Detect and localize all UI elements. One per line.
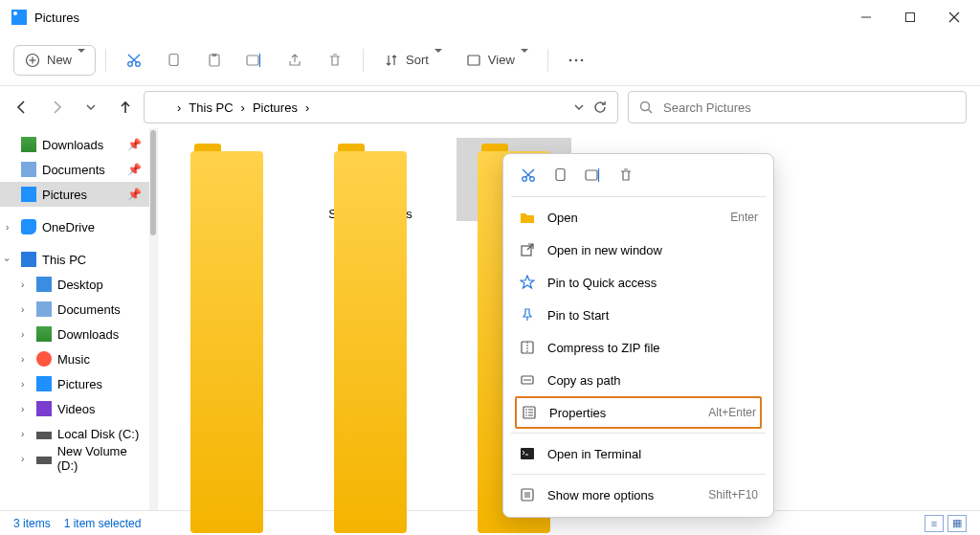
ctx-open-terminal[interactable]: Open in Terminal <box>503 437 773 470</box>
pictures-icon <box>154 100 169 115</box>
cut-button[interactable] <box>116 46 152 75</box>
terminal-icon <box>519 445 536 462</box>
expand-icon[interactable]: › <box>6 222 9 233</box>
share-button[interactable] <box>277 46 313 75</box>
new-button[interactable]: New <box>13 45 96 76</box>
ctx-properties[interactable]: Properties Alt+Enter <box>515 396 762 429</box>
svg-rect-11 <box>169 54 178 65</box>
details-view-button[interactable]: ≡ <box>924 515 944 532</box>
title-bar: Pictures <box>0 0 980 34</box>
icons-view-button[interactable]: ▦ <box>947 515 967 532</box>
collapse-icon[interactable]: › <box>2 257 12 260</box>
chevron-down-icon <box>434 53 442 67</box>
sidebar-item-onedrive[interactable]: › OneDrive <box>0 214 157 239</box>
pin-icon <box>519 306 536 323</box>
ctx-pin-quick-access[interactable]: Pin to Quick access <box>503 266 773 299</box>
rename-button[interactable] <box>236 46 273 75</box>
breadcrumb-separator: › <box>305 100 309 115</box>
sidebar-item-downloads[interactable]: Downloads 📌 <box>0 132 157 157</box>
svg-point-17 <box>569 58 572 61</box>
view-label: View <box>488 53 515 67</box>
copy-path-icon <box>519 371 536 389</box>
paste-icon <box>206 52 223 69</box>
music-icon <box>36 351 52 367</box>
folder-item[interactable]: Camera Roll <box>169 138 284 221</box>
sort-label: Sort <box>406 53 429 67</box>
sidebar-item-pictures[interactable]: ›Pictures <box>0 371 157 396</box>
up-button[interactable] <box>117 99 134 116</box>
pictures-icon <box>36 376 52 391</box>
search-icon <box>638 100 654 115</box>
ctx-cut-button[interactable] <box>519 166 538 185</box>
ctx-copy-path[interactable]: Copy as path <box>503 364 773 396</box>
breadcrumb-separator: › <box>177 100 181 115</box>
sidebar-item-documents[interactable]: Documents 📌 <box>0 157 157 182</box>
selection-count: 1 item selected <box>64 517 142 530</box>
sidebar-item-desktop[interactable]: ›Desktop <box>0 272 157 297</box>
refresh-button[interactable] <box>592 100 608 115</box>
sidebar-item-videos[interactable]: ›Videos <box>0 396 157 421</box>
ctx-open[interactable]: Open Enter <box>503 201 773 234</box>
ctx-pin-start[interactable]: Pin to Start <box>503 299 773 331</box>
onedrive-icon <box>21 219 36 234</box>
folder-item[interactable]: Saved Pictures <box>313 138 428 221</box>
svg-point-37 <box>525 414 527 416</box>
sidebar-item-documents[interactable]: ›Documents <box>0 297 157 322</box>
svg-rect-27 <box>586 170 597 180</box>
pin-icon: 📌 <box>127 188 142 201</box>
svg-point-36 <box>525 412 527 413</box>
sidebar-item-music[interactable]: ›Music <box>0 346 157 371</box>
pin-icon: 📌 <box>127 138 142 151</box>
search-box[interactable] <box>628 91 967 123</box>
sidebar-scrollbar[interactable] <box>149 128 157 510</box>
view-button[interactable]: View <box>456 46 538 75</box>
breadcrumb-separator: › <box>241 100 245 115</box>
copy-icon <box>166 52 183 69</box>
star-icon <box>519 274 536 291</box>
new-window-icon <box>519 241 536 258</box>
svg-rect-13 <box>212 54 217 56</box>
videos-icon <box>36 401 52 416</box>
ctx-open-new-window[interactable]: Open in new window <box>503 234 773 266</box>
ctx-delete-button[interactable] <box>616 166 635 185</box>
svg-point-18 <box>575 58 578 61</box>
minimize-button[interactable] <box>844 2 888 33</box>
address-bar[interactable]: › This PC › Pictures › <box>144 91 618 123</box>
more-button[interactable] <box>558 46 594 75</box>
zip-icon <box>519 339 536 356</box>
ctx-rename-button[interactable] <box>584 166 603 185</box>
sidebar-item-thispc[interactable]: › This PC <box>0 247 157 272</box>
svg-point-35 <box>525 409 527 411</box>
back-button[interactable] <box>13 99 31 116</box>
search-input[interactable] <box>661 100 956 116</box>
forward-button[interactable] <box>48 99 65 116</box>
sidebar-item-localdisk[interactable]: ›Local Disk (C:) <box>0 421 157 446</box>
copy-button[interactable] <box>156 46 192 75</box>
svg-rect-26 <box>556 169 565 181</box>
ctx-show-more[interactable]: Show more options Shift+F10 <box>503 479 773 511</box>
svg-rect-16 <box>468 56 479 65</box>
close-button[interactable] <box>932 2 976 33</box>
delete-button[interactable] <box>317 46 353 75</box>
downloads-icon <box>21 137 36 152</box>
ctx-copy-button[interactable] <box>551 166 570 185</box>
breadcrumb-item[interactable]: Pictures <box>253 100 298 115</box>
sidebar-item-pictures[interactable]: Pictures 📌 <box>0 182 157 207</box>
svg-line-21 <box>649 110 653 114</box>
recent-button[interactable] <box>82 99 100 116</box>
maximize-button[interactable] <box>888 2 932 33</box>
rename-icon <box>246 52 263 69</box>
sort-icon <box>383 52 400 69</box>
folder-icon <box>334 144 407 199</box>
sort-button[interactable]: Sort <box>373 46 452 75</box>
chevron-down-icon <box>521 53 528 67</box>
svg-rect-1 <box>906 13 915 22</box>
thispc-icon <box>21 252 36 267</box>
breadcrumb-item[interactable]: This PC <box>189 100 233 115</box>
sidebar-item-downloads[interactable]: ›Downloads <box>0 322 157 346</box>
paste-button[interactable] <box>196 46 233 75</box>
address-dropdown[interactable] <box>573 101 585 113</box>
new-label: New <box>47 53 72 67</box>
sidebar-item-newvolume[interactable]: ›New Volume (D:) <box>0 446 157 471</box>
ctx-compress-zip[interactable]: Compress to ZIP file <box>503 331 773 364</box>
